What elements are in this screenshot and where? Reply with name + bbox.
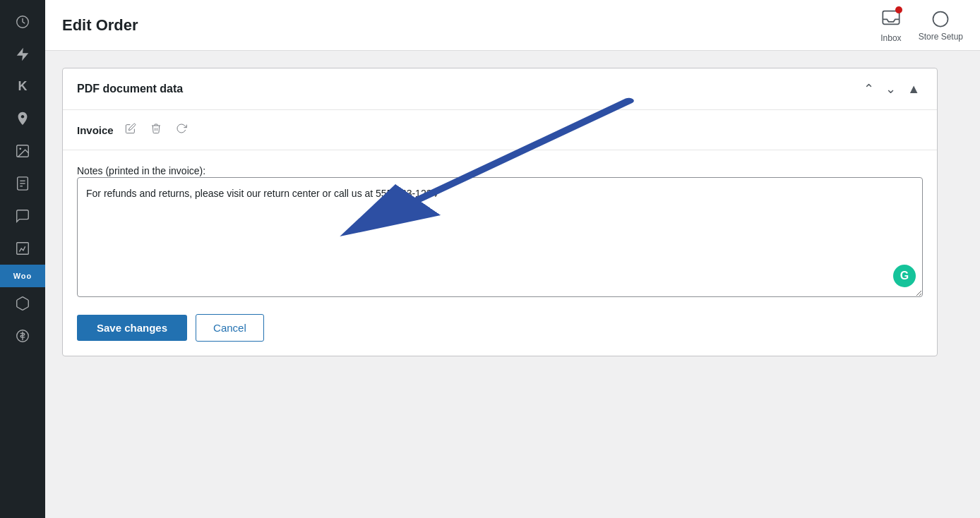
store-setup-icon	[931, 9, 950, 29]
panel-collapse-up-button[interactable]: ⌃	[861, 80, 877, 98]
invoice-edit-button[interactable]	[122, 121, 139, 138]
inbox-notification-badge	[895, 6, 902, 13]
pdf-panel: PDF document data ⌃ ⌄ ▲ Invoice	[62, 68, 938, 356]
sidebar-item-woo[interactable]: Woo	[0, 265, 45, 287]
panel-header: PDF document data ⌃ ⌄ ▲	[63, 68, 937, 110]
panel-header-actions: ⌃ ⌄ ▲	[861, 80, 923, 98]
topbar-actions: Inbox Store Setup	[880, 8, 963, 43]
sidebar-item-comment[interactable]	[0, 200, 45, 232]
save-changes-button[interactable]: Save changes	[77, 315, 187, 341]
invoice-refresh-button[interactable]	[173, 121, 190, 138]
page-title: Edit Order	[62, 16, 138, 35]
panel-body: Invoice	[63, 110, 937, 356]
panel-collapse-down-button[interactable]: ⌄	[883, 80, 899, 98]
store-setup-action[interactable]: Store Setup	[919, 9, 963, 42]
delete-icon	[150, 123, 162, 134]
invoice-title: Invoice	[77, 124, 114, 136]
svg-marker-1	[17, 48, 29, 61]
sidebar-item-dollar[interactable]	[0, 320, 45, 352]
refresh-icon	[176, 123, 187, 134]
svg-rect-8	[17, 243, 29, 255]
edit-icon	[125, 123, 136, 134]
button-row: Save changes Cancel	[63, 300, 937, 356]
cancel-button[interactable]: Cancel	[196, 314, 264, 342]
invoice-section: Invoice	[63, 110, 937, 150]
content-wrapper: PDF document data ⌃ ⌄ ▲ Invoice	[62, 68, 963, 356]
store-setup-label: Store Setup	[919, 32, 963, 42]
inbox-action[interactable]: Inbox	[880, 8, 901, 43]
main-content: Edit Order Inbox Store Setup	[45, 0, 980, 518]
inbox-label: Inbox	[880, 33, 901, 43]
sidebar-item-analytics[interactable]	[0, 232, 45, 265]
svg-point-3	[19, 147, 21, 150]
svg-point-11	[933, 11, 948, 26]
notes-section: Notes (printed in the invoice): G	[63, 150, 937, 300]
sidebar-item-box[interactable]	[0, 287, 45, 320]
panel-title: PDF document data	[77, 83, 183, 95]
sidebar: K Woo	[0, 0, 45, 518]
panel-expand-button[interactable]: ▲	[904, 80, 923, 98]
notes-textarea[interactable]	[77, 177, 923, 297]
sidebar-item-activity[interactable]	[0, 38, 45, 71]
invoice-delete-button[interactable]	[148, 121, 165, 138]
topbar: Edit Order Inbox Store Setup	[45, 0, 980, 51]
sidebar-item-media[interactable]	[0, 135, 45, 167]
notes-label: Notes (printed in the invoice):	[77, 165, 205, 176]
sidebar-item-k[interactable]: K	[0, 71, 45, 102]
content-area: PDF document data ⌃ ⌄ ▲ Invoice	[45, 51, 980, 518]
sidebar-item-pin[interactable]	[0, 102, 45, 135]
woo-label: Woo	[13, 272, 32, 280]
sidebar-item-dashboard[interactable]	[0, 6, 45, 38]
sidebar-item-page[interactable]	[0, 167, 45, 200]
